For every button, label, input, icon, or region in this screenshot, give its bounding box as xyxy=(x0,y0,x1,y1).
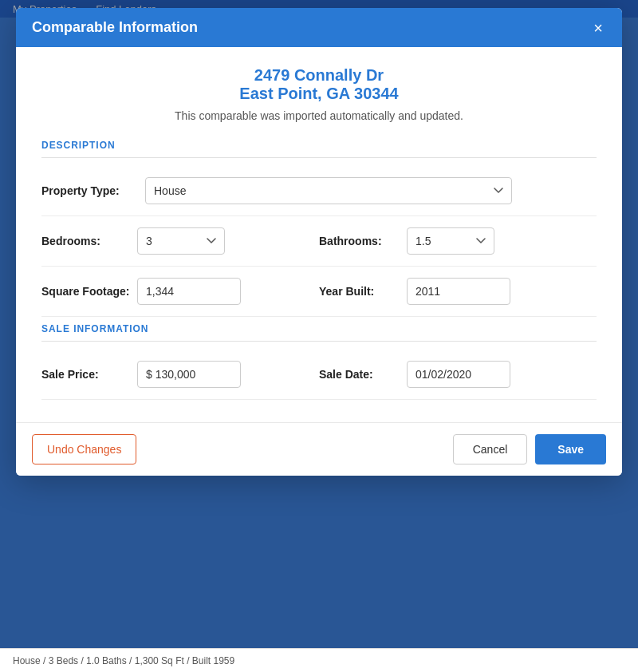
bottom-strip-text: House / 3 Beds / 1.0 Baths / 1,300 Sq Ft… xyxy=(13,655,234,666)
property-street: 2479 Connally Dr xyxy=(41,66,597,85)
undo-changes-button[interactable]: Undo Changes xyxy=(32,434,136,464)
bed-bath-row: Bedrooms: 1 2 3 4 5 Bathrooms: 1 xyxy=(41,216,597,267)
cancel-button[interactable]: Cancel xyxy=(453,434,528,464)
sale-price-group: Sale Price: xyxy=(41,361,319,388)
sale-price-input[interactable] xyxy=(137,361,241,388)
year-group: Year Built: xyxy=(319,278,597,305)
sale-date-label: Sale Date: xyxy=(319,368,407,381)
save-button[interactable]: Save xyxy=(535,434,606,464)
year-built-input[interactable] xyxy=(407,278,510,305)
sqft-year-row: Square Footage: Year Built: xyxy=(41,267,597,317)
close-button[interactable]: × xyxy=(590,20,606,36)
bathrooms-group: Bathrooms: 1 1.5 2 2.5 3 xyxy=(319,227,597,255)
modal-title: Comparable Information xyxy=(32,19,198,36)
modal-header: Comparable Information × xyxy=(16,8,622,47)
sale-date-group: Sale Date: xyxy=(319,361,597,388)
sale-label: SALE INFORMATION xyxy=(41,323,597,342)
property-city-state: East Point, GA 30344 xyxy=(41,85,597,103)
description-label: DESCRIPTION xyxy=(41,140,597,158)
bathrooms-label: Bathrooms: xyxy=(319,235,407,247)
sale-date-input[interactable] xyxy=(407,361,510,388)
property-note: This comparable was imported automatical… xyxy=(41,109,597,122)
bedrooms-group: Bedrooms: 1 2 3 4 5 xyxy=(41,227,319,255)
modal-container: Comparable Information × 2479 Connally D… xyxy=(16,8,622,476)
sale-section: SALE INFORMATION Sale Price: Sale Date: xyxy=(41,323,597,400)
sale-price-date-row: Sale Price: Sale Date: xyxy=(41,350,597,400)
property-type-label: Property Type: xyxy=(41,184,145,197)
bottom-strip: House / 3 Beds / 1.0 Baths / 1,300 Sq Ft… xyxy=(0,648,638,672)
modal-overlay: Comparable Information × 2479 Connally D… xyxy=(0,0,638,672)
sqft-input[interactable] xyxy=(137,278,241,305)
bathrooms-select[interactable]: 1 1.5 2 2.5 3 xyxy=(407,227,494,255)
property-address: 2479 Connally Dr East Point, GA 30344 xyxy=(41,66,597,103)
bedrooms-select[interactable]: 1 2 3 4 5 xyxy=(137,227,225,255)
sale-price-label: Sale Price: xyxy=(41,368,137,381)
property-type-select[interactable]: House Condo Townhouse Multi-Family xyxy=(145,177,512,204)
property-type-row: Property Type: House Condo Townhouse Mul… xyxy=(41,166,597,216)
sqft-group: Square Footage: xyxy=(41,278,319,305)
modal-body: 2479 Connally Dr East Point, GA 30344 Th… xyxy=(16,47,622,422)
year-built-label: Year Built: xyxy=(319,285,407,298)
sqft-label: Square Footage: xyxy=(41,285,137,298)
bedrooms-label: Bedrooms: xyxy=(41,235,137,247)
modal-footer: Undo Changes Cancel Save xyxy=(16,422,622,476)
footer-right-buttons: Cancel Save xyxy=(453,434,606,464)
description-section: DESCRIPTION Property Type: House Condo T… xyxy=(41,140,597,317)
